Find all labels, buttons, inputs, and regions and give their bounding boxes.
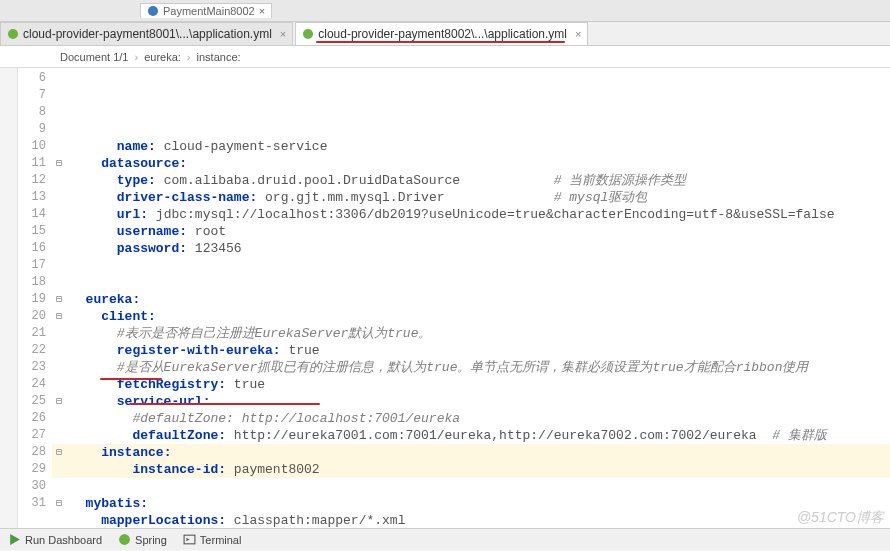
line-number: 21 (18, 325, 46, 342)
tool-spring[interactable]: Spring (118, 533, 167, 546)
code-area[interactable]: name: cloud-payment-service⊟ datasource:… (52, 68, 890, 528)
line-number: 10 (18, 138, 46, 155)
code-line: password: 123456 (52, 240, 890, 257)
tab-app-yml-8002[interactable]: cloud-provider-payment8002\...\applicati… (295, 22, 588, 45)
code-line: url: jdbc:mysql://localhost:3306/db2019?… (52, 206, 890, 223)
line-number: 11 (18, 155, 46, 172)
code-line: defaultZone: http://eureka7001.com:7001/… (52, 427, 890, 444)
breadcrumb-item[interactable]: eureka: (144, 51, 181, 63)
line-number: 9 (18, 121, 46, 138)
tool-window-bar: Run Dashboard Spring Terminal (0, 528, 890, 550)
code-line: username: root (52, 223, 890, 240)
code-line: ⊟ service-url: (52, 393, 890, 410)
line-number: 30 (18, 478, 46, 495)
code-line: #defaultZone: http://localhost:7001/eure… (52, 410, 890, 427)
close-icon[interactable]: × (280, 28, 286, 40)
tool-terminal[interactable]: Terminal (183, 533, 242, 546)
tool-run-dashboard[interactable]: Run Dashboard (8, 533, 102, 546)
mini-topbar: PaymentMain8002 × (0, 0, 890, 22)
tool-label: Spring (135, 534, 167, 546)
line-number: 23 (18, 359, 46, 376)
code-line: name: cloud-payment-service (52, 138, 890, 155)
annotation-underline (316, 41, 565, 43)
code-line: ⊟ mybatis: (52, 495, 890, 512)
breadcrumb-item[interactable]: instance: (197, 51, 241, 63)
svg-point-1 (8, 29, 18, 39)
annotation-underline (130, 403, 320, 405)
editor-left-strip (0, 68, 18, 528)
line-number: 7 (18, 87, 46, 104)
line-number: 13 (18, 189, 46, 206)
tab-label: cloud-provider-payment8002\...\applicati… (318, 27, 567, 41)
code-line: ⊟ datasource: (52, 155, 890, 172)
svg-marker-3 (10, 534, 20, 545)
line-number: 24 (18, 376, 46, 393)
spring-leaf-icon (302, 28, 314, 40)
line-number: 15 (18, 223, 46, 240)
line-number: 22 (18, 342, 46, 359)
line-number: 16 (18, 240, 46, 257)
line-number: 18 (18, 274, 46, 291)
tool-label: Run Dashboard (25, 534, 102, 546)
editor-tabs: cloud-provider-payment8001\...\applicati… (0, 22, 890, 46)
line-number: 28 (18, 444, 46, 461)
code-line: type: com.alibaba.druid.pool.DruidDataSo… (52, 172, 890, 189)
code-editor[interactable]: 6789101112131415161718192021222324252627… (0, 68, 890, 528)
code-line (52, 274, 890, 291)
code-line: register-with-eureka: true (52, 342, 890, 359)
line-gutter: 6789101112131415161718192021222324252627… (18, 68, 52, 528)
class-icon (147, 5, 159, 17)
svg-point-0 (148, 6, 158, 16)
code-line: ⊟ instance: (52, 444, 890, 461)
annotation-underline (100, 378, 162, 380)
line-number: 8 (18, 104, 46, 121)
line-number: 12 (18, 172, 46, 189)
breadcrumb: Document 1/1 › eureka: › instance: (0, 46, 890, 68)
mini-tab-label: PaymentMain8002 (163, 5, 255, 17)
watermark: @51CTO博客 (797, 509, 884, 527)
breadcrumb-doc: Document 1/1 (60, 51, 128, 63)
chevron-right-icon: › (187, 51, 191, 63)
line-number: 20 (18, 308, 46, 325)
line-number: 27 (18, 427, 46, 444)
svg-point-2 (303, 29, 313, 39)
code-line: driver-class-name: org.gjt.mm.mysql.Driv… (52, 189, 890, 206)
line-number: 6 (18, 70, 46, 87)
line-number: 29 (18, 461, 46, 478)
code-line (52, 257, 890, 274)
line-number: 19 (18, 291, 46, 308)
code-line (52, 478, 890, 495)
code-line: fetchRegistry: true (52, 376, 890, 393)
spring-leaf-icon (7, 28, 19, 40)
close-icon[interactable]: × (575, 28, 581, 40)
line-number: 14 (18, 206, 46, 223)
close-icon[interactable]: × (259, 5, 265, 17)
code-line: mapperLocations: classpath:mapper/*.xml (52, 512, 890, 528)
play-icon (8, 533, 21, 546)
code-line: instance-id: payment8002 (52, 461, 890, 478)
code-line: ⊟ eureka: (52, 291, 890, 308)
line-number: 17 (18, 257, 46, 274)
mini-tab[interactable]: PaymentMain8002 × (140, 3, 272, 18)
line-number: 31 (18, 495, 46, 512)
terminal-icon (183, 533, 196, 546)
svg-point-4 (119, 534, 130, 545)
chevron-right-icon: › (134, 51, 138, 63)
tab-label: cloud-provider-payment8001\...\applicati… (23, 27, 272, 41)
spring-leaf-icon (118, 533, 131, 546)
line-number: 25 (18, 393, 46, 410)
tool-label: Terminal (200, 534, 242, 546)
code-line: #是否从EurekaServer抓取已有的注册信息，默认为true。单节点无所谓… (52, 359, 890, 376)
code-line: ⊟ client: (52, 308, 890, 325)
line-number: 26 (18, 410, 46, 427)
code-line: #表示是否将自己注册进EurekaServer默认为true。 (52, 325, 890, 342)
tab-app-yml-8001[interactable]: cloud-provider-payment8001\...\applicati… (0, 22, 293, 45)
